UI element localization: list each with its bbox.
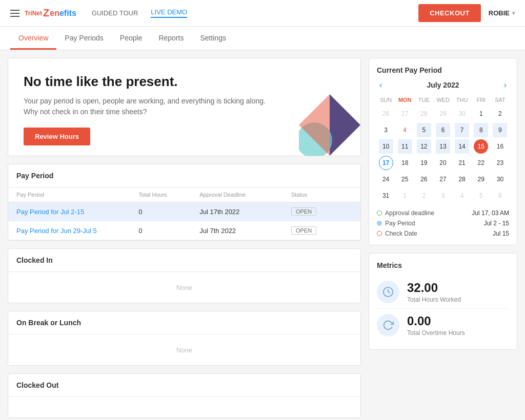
cal-day: 3 xyxy=(436,188,450,203)
header-right: CHECKOUT ROBIE ▾ xyxy=(418,4,515,22)
cal-day: 5 xyxy=(474,188,488,203)
cal-day: 21 xyxy=(455,156,469,170)
cal-day: 24 xyxy=(379,172,393,186)
calendar-month-label: July 2022 xyxy=(427,81,459,89)
header: TriNet Z enefits GUIDED TOUR LIVE DEMO C… xyxy=(0,0,525,27)
cal-day: 28 xyxy=(455,172,469,186)
left-column: No time like the present. Your pay perio… xyxy=(8,58,361,418)
cal-day: 19 xyxy=(417,156,431,170)
cal-day: 16 xyxy=(493,139,507,154)
cal-day: 12 xyxy=(417,139,431,154)
hero-title: No time like the present. xyxy=(24,74,345,90)
table-row: Pay Period for Jul 2-15 0 Jul 17th 2022 … xyxy=(8,202,360,221)
on-break-body: None xyxy=(8,334,360,365)
user-label: ROBIE xyxy=(489,9,510,17)
calendar-title: Current Pay Period xyxy=(377,66,509,74)
tab-settings[interactable]: Settings xyxy=(192,27,234,50)
table-row: Pay Period for Jun 29-Jul 5 0 Jul 7th 20… xyxy=(8,221,360,240)
pay-period-header: Pay Period xyxy=(8,164,360,187)
tab-people[interactable]: People xyxy=(112,27,151,50)
metric-overtime-label: Total Overtime Hours xyxy=(407,329,465,337)
review-hours-button[interactable]: Review Hours xyxy=(24,128,90,145)
hero-description: Your pay period is open, people are work… xyxy=(24,96,345,117)
user-menu[interactable]: ROBIE ▾ xyxy=(489,9,515,17)
day-header-wed: WED xyxy=(434,95,452,105)
live-demo-link[interactable]: LIVE DEMO xyxy=(151,8,187,18)
cal-day-approval: 17 xyxy=(379,156,393,170)
cal-day: 10 xyxy=(379,139,393,154)
cal-day: 13 xyxy=(436,139,450,154)
subnav: Overview Pay Periods People Reports Sett… xyxy=(0,27,525,50)
legend-item-approval: Approval deadline Jul 17, 03 AM xyxy=(377,209,509,217)
legend-label-approval: Approval deadline xyxy=(385,209,434,217)
cal-day: 29 xyxy=(436,107,450,121)
calendar-nav: ‹ July 2022 › xyxy=(377,80,509,90)
hamburger-menu[interactable] xyxy=(10,10,19,17)
metrics-title: Metrics xyxy=(377,261,509,269)
col-period: Pay Period xyxy=(16,192,138,198)
clocked-in-body: None xyxy=(8,272,360,303)
cal-day: 23 xyxy=(493,156,507,170)
hours-2: 0 xyxy=(138,227,199,235)
guided-tour-link[interactable]: GUIDED TOUR xyxy=(92,9,138,17)
cal-day: 26 xyxy=(379,107,393,121)
cal-day-today: 15 xyxy=(474,139,488,154)
status-badge-1: OPEN xyxy=(291,207,316,216)
cal-day: 4 xyxy=(398,123,412,137)
cal-day: 28 xyxy=(417,107,431,121)
on-break-empty: None xyxy=(176,346,192,354)
day-header-sun: SUN xyxy=(377,95,395,105)
cal-day: 5 xyxy=(417,123,431,137)
legend-dot-payperiod xyxy=(377,221,382,226)
cal-day: 7 xyxy=(455,123,469,137)
day-header-tue: TUE xyxy=(415,95,433,105)
legend-item-checkdate: Check Date Jul 15 xyxy=(377,230,509,237)
day-header-sat: SAT xyxy=(491,95,509,105)
tab-reports[interactable]: Reports xyxy=(150,27,192,50)
pay-period-table-header: Pay Period Total Hours Approval Deadline… xyxy=(8,187,360,202)
metric-hours-info: 32.00 Total Hours Worked xyxy=(407,281,461,303)
day-header-thu: THU xyxy=(453,95,471,105)
cal-day: 30 xyxy=(455,107,469,121)
header-nav: GUIDED TOUR LIVE DEMO xyxy=(92,8,187,18)
legend-dot-checkdate xyxy=(377,231,382,236)
clock-icon xyxy=(377,281,399,303)
calendar-legend: Approval deadline Jul 17, 03 AM Pay Peri… xyxy=(377,209,509,237)
calendar-prev-button[interactable]: ‹ xyxy=(377,80,385,90)
metric-overtime-value: 0.00 xyxy=(407,314,465,328)
legend-value-checkdate: Jul 15 xyxy=(493,230,509,237)
legend-label-payperiod: Pay Period xyxy=(385,220,415,227)
clocked-in-empty: None xyxy=(176,284,192,291)
checkout-button[interactable]: CHECKOUT xyxy=(418,4,481,22)
tab-pay-periods[interactable]: Pay Periods xyxy=(56,27,111,50)
pay-period-link-1[interactable]: Pay Period for Jul 2-15 xyxy=(16,208,84,216)
tab-overview[interactable]: Overview xyxy=(10,27,56,50)
cal-day: 14 xyxy=(455,139,469,154)
cal-day: 31 xyxy=(379,188,393,203)
svg-marker-0 xyxy=(330,94,360,156)
col-status: Status xyxy=(291,192,352,198)
clocked-in-card: Clocked In None xyxy=(8,248,361,303)
cal-day: 1 xyxy=(398,188,412,203)
clocked-out-header: Clocked Out xyxy=(8,374,360,397)
cal-day: 22 xyxy=(474,156,488,170)
on-break-card: On Break or Lunch None xyxy=(8,311,361,366)
legend-label-checkdate: Check Date xyxy=(385,230,417,237)
cal-day: 4 xyxy=(455,188,469,203)
cal-day: 6 xyxy=(436,123,450,137)
day-header-fri: FRI xyxy=(472,95,490,105)
metric-hours-value: 32.00 xyxy=(407,281,461,295)
cal-day: 6 xyxy=(493,188,507,203)
cal-day: 18 xyxy=(398,156,412,170)
col-hours: Total Hours xyxy=(138,192,199,198)
pay-period-link-2[interactable]: Pay Period for Jun 29-Jul 5 xyxy=(16,227,97,235)
calendar-grid: SUN MON TUE WED THU FRI SAT 26 27 28 29 … xyxy=(377,95,509,203)
cal-day: 8 xyxy=(474,123,488,137)
clocked-out-card: Clocked Out xyxy=(8,373,361,418)
cal-day: 1 xyxy=(474,107,488,121)
cal-day: 11 xyxy=(398,139,412,154)
clocked-in-header: Clocked In xyxy=(8,249,360,272)
on-break-header: On Break or Lunch xyxy=(8,311,360,334)
calendar-next-button[interactable]: › xyxy=(501,80,509,90)
metric-overtime: 0.00 Total Overtime Hours xyxy=(377,309,509,342)
